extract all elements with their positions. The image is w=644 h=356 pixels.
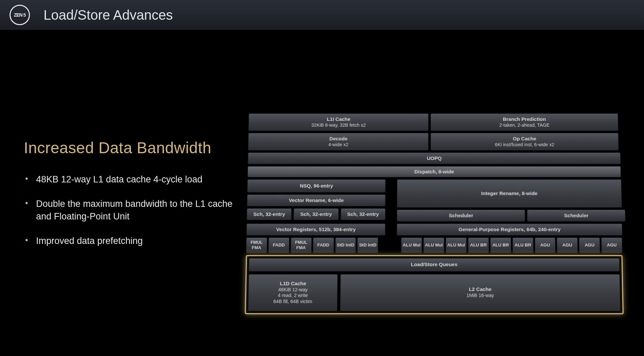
label-sub: 48KiB 12-way [278,287,307,292]
block-decode: Decode 4-wide x2 [248,133,428,150]
label-sub: 2-taken, 2-ahead, TAGE [499,122,549,128]
bullet-item: Improved data prefetching [24,235,245,247]
text-panel: Increased Data Bandwidth 48KB 12-way L1 … [0,30,245,356]
block-scheduler: Sch, 32-entry [340,208,385,220]
unit-alu: ALU BR [490,237,511,253]
block-uopq: UOPQ [248,153,621,164]
heading: Increased Data Bandwidth [24,139,245,157]
block-scheduler: Sch, 32-entry [293,208,338,220]
unit-std: StD IntD [335,237,356,253]
label: Op Cache [513,136,536,142]
label: L2 Cache [469,286,492,293]
unit-alu: ALU BR [468,237,489,253]
unit-fmul: FMUL FMA [246,237,267,253]
unit-agu: AGU [535,237,556,253]
unit-agu: AGU [557,237,578,253]
unit-alu: ALU Mul [423,237,444,253]
unit-agu: AGU [579,237,600,253]
label-sub: 1MiB 16-way [467,293,494,299]
label: Branch Prediction [503,116,546,122]
unit-fmul: FMUL FMA [290,237,311,253]
zen5-logo-icon: ZEN 5 [10,5,30,25]
bullet-item: 48KB 12-way L1 data cache 4-cycle load [24,173,245,185]
block-l2-cache: L2 Cache 1MiB 16-way [340,274,621,311]
label-sub: 4 read, 2 write [278,293,308,299]
label-sub: 64B fill, 64B victim [273,299,312,304]
block-nsq: NSQ, 96-entry [247,179,386,193]
unit-fadd: FADD [268,237,289,253]
block-dispatch: Dispatch, 8-wide [248,166,621,177]
block-load-store-queues: Load/Store Queues [249,258,620,271]
label-sub: 4-wide x2 [328,142,349,148]
unit-std: StD IntD [357,237,378,253]
unit-alu: ALU BR [512,237,533,253]
header-bar: ZEN 5 Load/Store Advances [0,0,644,30]
bullet-item: Double the maximum bandwidth to the L1 c… [24,198,245,222]
block-op-cache: Op Cache 6Ki inst/fused inst, 6-wide x2 [430,133,618,150]
block-scheduler: Scheduler [397,210,525,221]
label: L1D Cache [280,281,306,287]
architecture-diagram: L1I Cache 32KiB 8-way, 32B fetch x2 Bran… [245,113,624,314]
unit-fadd: FADD [313,237,334,253]
block-vector-registers: Vector Registers, 512b, 384-entry [247,224,386,235]
highlight-load-store: Load/Store Queues L1D Cache 48KiB 12-way… [245,255,624,314]
label-sub: 6Ki inst/fused inst, 6-wide x2 [495,142,554,148]
block-gp-registers: General-Purpose Registers, 64b, 240-entr… [397,224,622,235]
label: L1I Cache [327,116,351,122]
block-vector-rename: Vector Rename, 6-wide [247,194,386,206]
block-branch-prediction: Branch Prediction 2-taken, 2-ahead, TAGE [430,113,618,131]
block-l1i-cache: L1I Cache 32KiB 8-way, 32B fetch x2 [249,113,429,131]
page-title: Load/Store Advances [44,7,173,23]
block-l1d-cache: L1D Cache 48KiB 12-way 4 read, 2 write 6… [248,274,338,311]
block-scheduler: Sch, 32-entry [247,208,292,220]
unit-alu: ALU Mul [446,237,467,253]
label-sub: 32KiB 8-way, 32B fetch x2 [311,122,366,128]
label: Decode [329,136,348,142]
unit-agu: AGU [601,237,622,253]
unit-alu: ALU Mul [401,237,422,253]
block-scheduler: Scheduler [527,210,626,221]
